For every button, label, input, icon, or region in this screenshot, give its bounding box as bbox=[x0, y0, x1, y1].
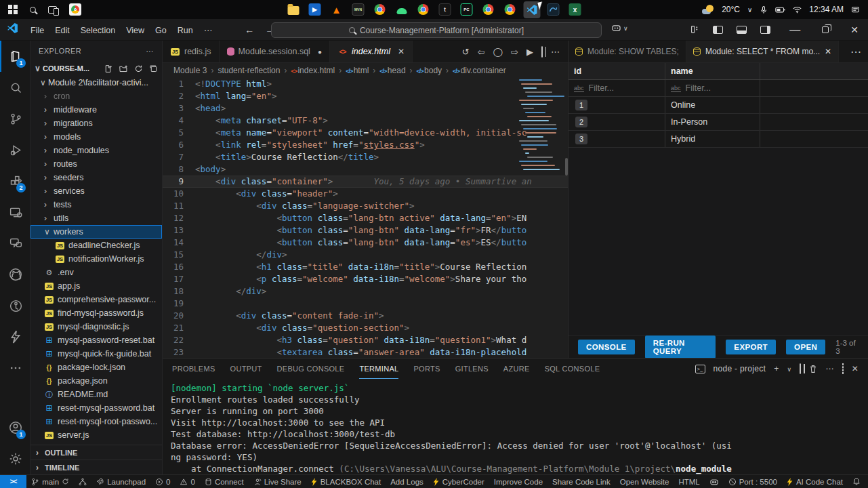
tree-file-README-md[interactable]: ⓘREADME.md bbox=[30, 388, 162, 401]
status-graph[interactable] bbox=[74, 475, 91, 488]
tree-folder-middleware[interactable]: ›middleware bbox=[30, 103, 162, 117]
code-line-22[interactable]: 22 <h3 class="question" data-i18n="quest… bbox=[163, 334, 568, 346]
code-line-16[interactable]: 16 <h1 class="title" data-i18n="title">C… bbox=[163, 261, 568, 273]
code-line-18[interactable]: 18 </div> bbox=[163, 285, 568, 298]
taskbar-app-chrome-profile-1[interactable] bbox=[371, 1, 388, 18]
tree-file-package-json[interactable]: {}package.json bbox=[30, 374, 162, 388]
tree-folder-utils[interactable]: ›utils bbox=[30, 211, 162, 225]
code-line-12[interactable]: 12 <button class="lang-btn active" data-… bbox=[163, 212, 568, 224]
tree-folder-migrations[interactable]: ›migrations bbox=[30, 117, 162, 130]
nav-back-icon[interactable]: ← bbox=[245, 24, 254, 35]
close-panel-icon[interactable]: ✕ bbox=[852, 364, 859, 373]
breadcrumb-item-html[interactable]: </> html bbox=[346, 66, 369, 75]
status-blackbox-chat[interactable]: BLACKBOX Chat bbox=[306, 475, 386, 488]
code-line-4[interactable]: 4 <meta charset="UTF-8"> bbox=[163, 115, 568, 127]
panel-tab-azure[interactable]: AZURE bbox=[503, 359, 530, 379]
nav-forward-circle-icon[interactable]: ⇨ bbox=[511, 47, 518, 57]
status-launchpad[interactable]: Launchpad bbox=[91, 475, 150, 488]
activity-extensions[interactable]: 2 bbox=[0, 165, 30, 197]
maximize-panel-icon[interactable] bbox=[842, 364, 844, 373]
tree-file-comprehensive-passwor-[interactable]: JScomprehensive-passwor... bbox=[30, 293, 162, 306]
filter-cell[interactable]: abcFilter... bbox=[569, 80, 665, 96]
notification-center-icon[interactable] bbox=[851, 5, 860, 14]
activity-gitlens[interactable] bbox=[0, 290, 30, 321]
subfolder-row[interactable]: ∨ Module 2\facilitator-activi... bbox=[30, 76, 162, 89]
column-header-id[interactable]: id bbox=[569, 63, 665, 79]
restore-button[interactable] bbox=[822, 26, 829, 33]
panel-tab-debug-console[interactable]: DEBUG CONSOLE bbox=[277, 359, 345, 379]
tree-file-mysql-quick-fix-guide-bat[interactable]: ⊞mysql-quick-fix-guide.bat bbox=[30, 347, 162, 361]
tree-folder-routes[interactable]: ›routes bbox=[30, 157, 162, 171]
activity-more[interactable] bbox=[0, 352, 30, 384]
table-row[interactable]: 3Hybrid bbox=[569, 131, 868, 148]
tree-file-find-mysql-password-js[interactable]: JSfind-mysql-password.js bbox=[30, 306, 162, 320]
toggle-sidebar-icon[interactable] bbox=[713, 26, 723, 34]
editor-tab-redis-js[interactable]: JSredis.js bbox=[163, 41, 220, 62]
menu-more[interactable]: ⋯ bbox=[199, 24, 218, 37]
weather-icon[interactable] bbox=[702, 5, 714, 14]
activity-accounts[interactable]: 1 bbox=[0, 412, 30, 443]
battery-icon[interactable] bbox=[775, 6, 785, 14]
code-line-6[interactable]: 6 <link rel="stylesheet" href="styles.cs… bbox=[163, 139, 568, 151]
run-file-icon[interactable]: ▶ bbox=[526, 47, 533, 57]
taskbar-app-vscode[interactable] bbox=[523, 1, 540, 18]
taskbar-app-movies-tv[interactable]: ▶ bbox=[306, 1, 323, 18]
editor-tab-index-html[interactable]: <>index.html✕ bbox=[330, 41, 413, 62]
menu-run[interactable]: Run bbox=[172, 24, 199, 37]
tree-file-notificationWorker-js[interactable]: JSnotificationWorker.js bbox=[30, 252, 162, 266]
code-line-3[interactable]: 3<head> bbox=[163, 102, 568, 115]
more-actions-icon[interactable]: ⋯ bbox=[825, 364, 833, 373]
minimap[interactable] bbox=[519, 79, 560, 173]
task-view-icon[interactable] bbox=[48, 6, 57, 14]
activity-explorer[interactable]: 1 bbox=[0, 41, 30, 72]
status-connect[interactable]: Connect bbox=[200, 475, 249, 488]
command-center-search[interactable]: Course-Management-Platform [Administrato… bbox=[271, 22, 602, 38]
results-tab[interactable]: Module: SHOW TABLES; bbox=[569, 41, 686, 62]
microphone-icon[interactable] bbox=[760, 5, 768, 14]
status-robot[interactable] bbox=[705, 475, 724, 488]
breadcrumb-item-index-html[interactable]: <> index.html bbox=[291, 66, 335, 75]
tree-file-mysql-password-reset-bat[interactable]: ⊞mysql-password-reset.bat bbox=[30, 333, 162, 347]
start-button-icon[interactable] bbox=[8, 5, 18, 14]
close-tab-icon[interactable]: ✕ bbox=[825, 47, 831, 56]
taskbar-app-chrome-profile-2[interactable] bbox=[415, 1, 432, 18]
code-line-8[interactable]: 8<body> bbox=[163, 163, 568, 176]
taskbar-app-chrome-profile-3[interactable] bbox=[480, 1, 497, 18]
code-line-15[interactable]: 15 </div> bbox=[163, 249, 568, 261]
toggle-secondary-sidebar-icon[interactable] bbox=[760, 26, 770, 34]
panel-tab-sql-console[interactable]: SQL CONSOLE bbox=[545, 359, 600, 379]
editor-tab-Module-session-sql[interactable]: Module.session.sql● bbox=[220, 41, 330, 62]
menu-selection[interactable]: Selection bbox=[75, 24, 121, 37]
remote-indicator[interactable]: >< bbox=[0, 475, 26, 488]
split-editor-icon[interactable] bbox=[541, 47, 543, 57]
tree-file-server-js[interactable]: JSserver.js bbox=[30, 428, 162, 442]
tree-folder-workers[interactable]: ∨workers bbox=[30, 225, 162, 239]
status-main[interactable]: main bbox=[26, 475, 74, 488]
code-line-7[interactable]: 7 <title>Course Reflection</title> bbox=[163, 151, 568, 163]
toggle-panel-icon[interactable] bbox=[737, 26, 747, 34]
outline-section[interactable]: › OUTLINE bbox=[30, 445, 162, 460]
temperature[interactable]: 20°C bbox=[722, 5, 740, 14]
taskbar-app-mysql-workbench[interactable] bbox=[545, 1, 562, 18]
activity-remote-explorer[interactable] bbox=[0, 197, 30, 228]
terminal-dropdown-icon[interactable]: ∨ bbox=[787, 364, 791, 373]
breadcrumb[interactable]: Module 3›student-reflection›<> index.htm… bbox=[163, 63, 568, 78]
refresh-icon[interactable] bbox=[134, 64, 143, 73]
activity-settings[interactable] bbox=[0, 443, 30, 474]
taskbar-app-vlc[interactable]: ▲ bbox=[328, 1, 345, 18]
code-editor[interactable]: 1<!DOCTYPE html>2<html lang="en">3<head>… bbox=[163, 78, 568, 358]
history-icon[interactable]: ↺ bbox=[462, 47, 470, 57]
menu-edit[interactable]: Edit bbox=[49, 24, 75, 37]
code-line-17[interactable]: 17 <p class="welcome" data-i18n="welcome… bbox=[163, 273, 568, 285]
clock[interactable]: 12:34 AM bbox=[809, 5, 844, 14]
taskbar-app-dark-app[interactable]: t bbox=[436, 1, 453, 18]
status-0[interactable]: 0 bbox=[175, 475, 199, 488]
customize-layout-icon[interactable] bbox=[690, 25, 699, 34]
status-live-share[interactable]: Live Share bbox=[249, 475, 306, 488]
button-export[interactable]: EXPORT bbox=[726, 340, 776, 354]
code-line-20[interactable]: 20 <div class="content fade-in"> bbox=[163, 310, 568, 322]
close-tab-icon[interactable]: ✕ bbox=[398, 47, 405, 56]
breadcrumb-item-student-reflection[interactable]: student-reflection bbox=[218, 66, 280, 75]
tree-file--env[interactable]: ⚙.env bbox=[30, 266, 162, 279]
activity-run-and-debug[interactable] bbox=[0, 134, 30, 165]
